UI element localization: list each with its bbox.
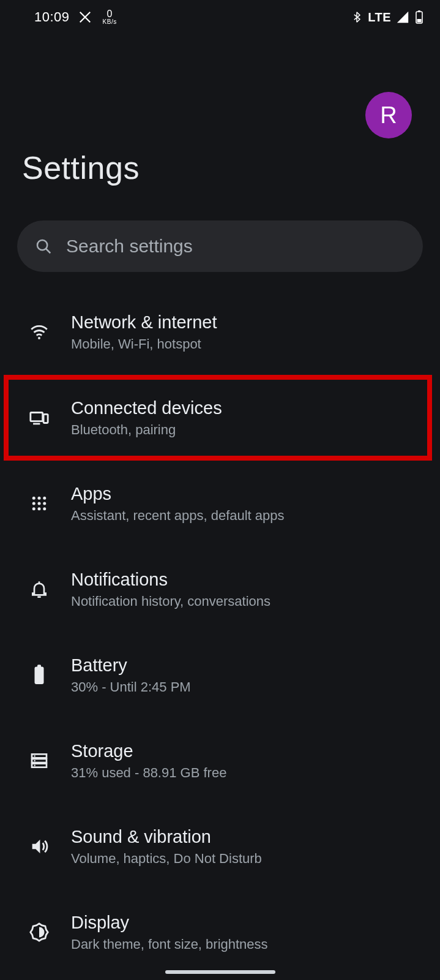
status-net-speed: 0 KB/s bbox=[103, 9, 117, 25]
settings-item-title: Network & internet bbox=[71, 312, 423, 333]
settings-item-title: Storage bbox=[71, 741, 423, 761]
settings-item-subtitle: Assistant, recent apps, default apps bbox=[71, 508, 423, 524]
svg-point-16 bbox=[38, 507, 41, 510]
settings-item-subtitle: Dark theme, font size, brightness bbox=[71, 937, 423, 952]
svg-point-12 bbox=[32, 502, 35, 505]
storage-icon bbox=[26, 751, 53, 771]
settings-item-subtitle: Notification history, conversations bbox=[71, 594, 423, 609]
search-placeholder: Search settings bbox=[66, 236, 193, 257]
settings-item-network[interactable]: Network & internet Mobile, Wi-Fi, hotspo… bbox=[0, 289, 440, 375]
settings-item-subtitle: 31% used - 88.91 GB free bbox=[71, 765, 423, 781]
settings-item-subtitle: Mobile, Wi-Fi, hotspot bbox=[71, 336, 423, 352]
bluetooth-icon bbox=[351, 11, 363, 23]
page-title: Settings bbox=[22, 149, 418, 186]
apps-icon bbox=[26, 494, 53, 513]
svg-point-9 bbox=[32, 497, 35, 500]
svg-rect-6 bbox=[31, 413, 43, 421]
svg-rect-2 bbox=[417, 19, 422, 23]
svg-rect-21 bbox=[37, 665, 41, 668]
battery-icon bbox=[26, 664, 53, 686]
signal-icon bbox=[396, 10, 409, 24]
search-icon bbox=[34, 237, 53, 255]
status-bar-left: 10:09 0 KB/s bbox=[34, 9, 117, 25]
status-bar: 10:09 0 KB/s LTE bbox=[0, 0, 440, 34]
settings-item-title: Connected devices bbox=[71, 398, 423, 418]
sound-icon bbox=[26, 836, 53, 857]
svg-point-26 bbox=[34, 760, 35, 761]
settings-item-title: Battery bbox=[71, 655, 423, 676]
settings-item-title: Display bbox=[71, 913, 423, 933]
settings-item-title: Notifications bbox=[71, 570, 423, 590]
svg-point-13 bbox=[38, 502, 41, 505]
status-network-label: LTE bbox=[368, 10, 391, 24]
svg-point-15 bbox=[32, 507, 35, 510]
wifi-icon bbox=[26, 322, 53, 342]
svg-point-3 bbox=[37, 240, 47, 250]
svg-point-5 bbox=[38, 337, 40, 339]
svg-point-27 bbox=[34, 764, 35, 766]
profile-avatar-initial: R bbox=[380, 102, 397, 129]
settings-header: R Settings bbox=[0, 74, 440, 186]
settings-item-subtitle: 30% - Until 2:45 PM bbox=[71, 679, 423, 695]
status-bar-right: LTE bbox=[351, 10, 424, 24]
svg-point-11 bbox=[43, 497, 46, 500]
settings-item-connected-devices[interactable]: Connected devices Bluetooth, pairing bbox=[0, 375, 440, 461]
settings-item-display[interactable]: Display Dark theme, font size, brightnes… bbox=[0, 889, 440, 975]
status-time: 10:09 bbox=[34, 9, 70, 25]
settings-item-subtitle: Bluetooth, pairing bbox=[71, 422, 423, 438]
settings-item-battery[interactable]: Battery 30% - Until 2:45 PM bbox=[0, 632, 440, 718]
bell-icon bbox=[26, 579, 53, 599]
settings-item-apps[interactable]: Apps Assistant, recent apps, default app… bbox=[0, 461, 440, 546]
settings-list: Network & internet Mobile, Wi-Fi, hotspo… bbox=[0, 289, 440, 980]
settings-item-notifications[interactable]: Notifications Notification history, conv… bbox=[0, 546, 440, 632]
gesture-nav-bar bbox=[165, 970, 275, 974]
svg-rect-1 bbox=[418, 10, 420, 12]
settings-item-subtitle: Volume, haptics, Do Not Disturb bbox=[71, 851, 423, 867]
settings-item-storage[interactable]: Storage 31% used - 88.91 GB free bbox=[0, 718, 440, 804]
svg-line-4 bbox=[46, 249, 50, 253]
svg-point-17 bbox=[43, 507, 46, 510]
svg-point-25 bbox=[34, 755, 35, 756]
devices-icon bbox=[26, 407, 53, 428]
x-app-icon bbox=[78, 10, 92, 24]
search-settings-field[interactable]: Search settings bbox=[17, 221, 423, 272]
profile-avatar[interactable]: R bbox=[365, 92, 412, 138]
settings-item-title: Sound & vibration bbox=[71, 827, 423, 847]
svg-point-10 bbox=[38, 497, 41, 500]
settings-item-title: Apps bbox=[71, 484, 423, 504]
svg-point-14 bbox=[43, 502, 46, 505]
svg-rect-7 bbox=[43, 414, 48, 423]
svg-rect-20 bbox=[35, 667, 44, 685]
battery-status-icon bbox=[414, 10, 424, 24]
display-icon bbox=[26, 922, 53, 943]
settings-item-sound[interactable]: Sound & vibration Volume, haptics, Do No… bbox=[0, 804, 440, 889]
